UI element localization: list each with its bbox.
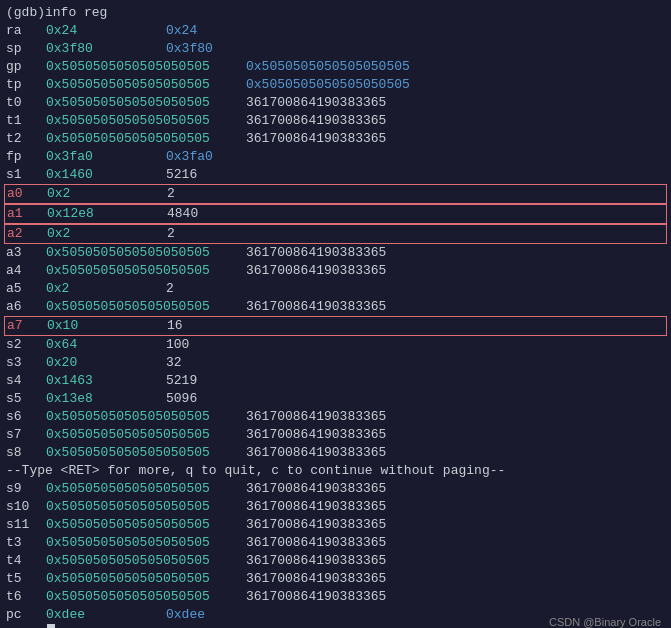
reg-hex1: 0x13e8 — [46, 390, 166, 408]
reg-name: s2 — [6, 336, 46, 354]
pager-status-text: --Type <RET> for more, q to quit, c to c… — [6, 462, 505, 480]
reg-hex1: 0x5050505050505050505 — [46, 262, 246, 280]
reg-name: a6 — [6, 298, 46, 316]
reg-line-t0: t0 0x5050505050505050505 361700864190383… — [6, 94, 665, 112]
reg-hex2: 0x5050505050505050505 — [246, 58, 410, 76]
reg-hex1: 0x3fa0 — [46, 148, 166, 166]
reg-dec: 361700864190383365 — [246, 298, 386, 316]
reg-line-a7-highlighted: a7 0x10 16 — [4, 316, 667, 336]
reg-hex1: 0x1463 — [46, 372, 166, 390]
reg-hex1: 0x5050505050505050505 — [46, 480, 246, 498]
reg-line-a3: a3 0x5050505050505050505 361700864190383… — [6, 244, 665, 262]
reg-line-s4: s4 0x1463 5219 — [6, 372, 665, 390]
reg-line-s11: s11 0x5050505050505050505 36170086419038… — [6, 516, 665, 534]
reg-line-s8: s8 0x5050505050505050505 361700864190383… — [6, 444, 665, 462]
reg-line-a0-highlighted: a0 0x2 2 — [4, 184, 667, 204]
reg-line-s1: s1 0x1460 5216 — [6, 166, 665, 184]
reg-hex1: 0x24 — [46, 22, 166, 40]
reg-name: pc — [6, 606, 46, 624]
reg-line-fp: fp 0x3fa0 0x3fa0 — [6, 148, 665, 166]
reg-name: s6 — [6, 408, 46, 426]
reg-hex1: 0x12e8 — [47, 205, 167, 223]
reg-dec: 16 — [167, 317, 183, 335]
reg-hex1: 0x2 — [46, 280, 166, 298]
reg-dec: 100 — [166, 336, 189, 354]
reg-dec: 361700864190383365 — [246, 480, 386, 498]
reg-dec: 5216 — [166, 166, 197, 184]
terminal: (gdb) info reg ra 0x24 0x24 sp 0x3f80 0x… — [0, 0, 671, 628]
reg-name: t6 — [6, 588, 46, 606]
reg-hex1: 0x1460 — [46, 166, 166, 184]
reg-name: ra — [6, 22, 46, 40]
reg-hex1: 0x5050505050505050505 — [46, 552, 246, 570]
reg-hex1: 0x5050505050505050505 — [46, 76, 246, 94]
watermark-text: CSDN @Binary Oracle — [549, 616, 661, 628]
reg-name: a2 — [7, 225, 47, 243]
reg-dec: 2 — [166, 280, 174, 298]
reg-name: s9 — [6, 480, 46, 498]
reg-dec: 361700864190383365 — [246, 130, 386, 148]
reg-hex1: 0x5050505050505050505 — [46, 498, 246, 516]
reg-name: a0 — [7, 185, 47, 203]
reg-name: s8 — [6, 444, 46, 462]
reg-hex2: 0x24 — [166, 22, 197, 40]
reg-line-s9: s9 0x5050505050505050505 361700864190383… — [6, 480, 665, 498]
reg-hex2: 0x5050505050505050505 — [246, 76, 410, 94]
reg-dec: 361700864190383365 — [246, 552, 386, 570]
reg-dec: 2 — [167, 185, 175, 203]
reg-hex1: 0x10 — [47, 317, 167, 335]
reg-hex1: 0x5050505050505050505 — [46, 426, 246, 444]
reg-line-a5: a5 0x2 2 — [6, 280, 665, 298]
reg-name: t4 — [6, 552, 46, 570]
reg-hex1: 0x64 — [46, 336, 166, 354]
reg-hex1: 0x5050505050505050505 — [46, 244, 246, 262]
cursor-block — [47, 624, 55, 628]
reg-dec: 361700864190383365 — [246, 444, 386, 462]
reg-line-a4: a4 0x5050505050505050505 361700864190383… — [6, 262, 665, 280]
reg-name: a5 — [6, 280, 46, 298]
reg-hex1: 0x5050505050505050505 — [46, 58, 246, 76]
reg-line-s7: s7 0x5050505050505050505 361700864190383… — [6, 426, 665, 444]
reg-name: a4 — [6, 262, 46, 280]
reg-line-gp: gp 0x5050505050505050505 0x5050505050505… — [6, 58, 665, 76]
reg-hex2: 0x3f80 — [166, 40, 213, 58]
reg-hex1: 0x5050505050505050505 — [46, 94, 246, 112]
reg-dec: 4840 — [167, 205, 198, 223]
reg-line-s10: s10 0x5050505050505050505 36170086419038… — [6, 498, 665, 516]
reg-name: a7 — [7, 317, 47, 335]
reg-hex1: 0x5050505050505050505 — [46, 516, 246, 534]
reg-name: t0 — [6, 94, 46, 112]
reg-name: tp — [6, 76, 46, 94]
reg-hex1: 0x2 — [47, 185, 167, 203]
reg-dec: 361700864190383365 — [246, 112, 386, 130]
reg-dec: 361700864190383365 — [246, 94, 386, 112]
reg-name: t1 — [6, 112, 46, 130]
reg-dec: 361700864190383365 — [246, 498, 386, 516]
reg-dec: 361700864190383365 — [246, 570, 386, 588]
reg-dec: 32 — [166, 354, 182, 372]
reg-line-sp: sp 0x3f80 0x3f80 — [6, 40, 665, 58]
reg-line-s2: s2 0x64 100 — [6, 336, 665, 354]
reg-name: s5 — [6, 390, 46, 408]
reg-line-ra: ra 0x24 0x24 — [6, 22, 665, 40]
reg-line-t1: t1 0x5050505050505050505 361700864190383… — [6, 112, 665, 130]
reg-line-s3: s3 0x20 32 — [6, 354, 665, 372]
reg-name: t5 — [6, 570, 46, 588]
reg-name: s7 — [6, 426, 46, 444]
reg-line-t3: t3 0x5050505050505050505 361700864190383… — [6, 534, 665, 552]
reg-dec: 361700864190383365 — [246, 244, 386, 262]
reg-hex1: 0x5050505050505050505 — [46, 130, 246, 148]
reg-dec: 5219 — [166, 372, 197, 390]
reg-dec: 361700864190383365 — [246, 534, 386, 552]
reg-name: s4 — [6, 372, 46, 390]
reg-line-t6: t6 0x5050505050505050505 361700864190383… — [6, 588, 665, 606]
reg-line-t4: t4 0x5050505050505050505 361700864190383… — [6, 552, 665, 570]
command-line: (gdb) info reg — [6, 4, 665, 22]
reg-line-t2: t2 0x5050505050505050505 361700864190383… — [6, 130, 665, 148]
reg-hex1: 0x5050505050505050505 — [46, 588, 246, 606]
reg-line-t5: t5 0x5050505050505050505 361700864190383… — [6, 570, 665, 588]
reg-hex1: 0x5050505050505050505 — [46, 298, 246, 316]
reg-hex2: 0x3fa0 — [166, 148, 213, 166]
reg-name: s10 — [6, 498, 46, 516]
reg-name: t3 — [6, 534, 46, 552]
